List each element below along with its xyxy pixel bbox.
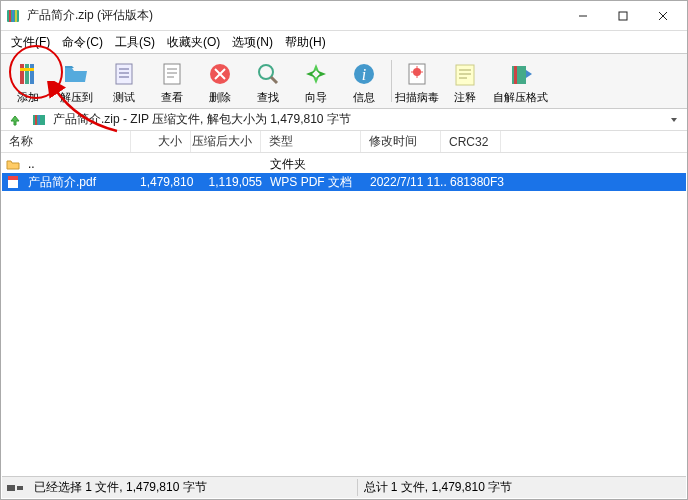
svg-rect-16 <box>164 64 180 84</box>
file-size: 1,479,810 <box>136 175 196 189</box>
status-bar: 已经选择 1 文件, 1,479,810 字节 总计 1 文件, 1,479,8… <box>2 476 686 498</box>
sfx-label: 自解压格式 <box>493 90 548 105</box>
app-icon <box>5 8 21 24</box>
find-label: 查找 <box>257 90 279 105</box>
books-icon <box>14 60 42 88</box>
svg-rect-36 <box>514 66 517 84</box>
find-button[interactable]: 查找 <box>245 55 291 107</box>
toolbar-separator <box>391 60 392 102</box>
address-bar: 产品简介.zip - ZIP 压缩文件, 解包大小为 1,479,810 字节 <box>1 109 687 131</box>
menu-bar: 文件(F) 命令(C) 工具(S) 收藏夹(O) 选项(N) 帮助(H) <box>1 31 687 53</box>
info-label: 信息 <box>353 90 375 105</box>
address-text: 产品简介.zip - ZIP 压缩文件, 解包大小为 1,479,810 字节 <box>47 111 665 128</box>
svg-rect-3 <box>15 10 17 22</box>
sfx-icon <box>506 60 534 88</box>
col-size[interactable]: 大小 <box>131 131 191 152</box>
list-icon <box>110 60 138 88</box>
status-selected: 已经选择 1 文件, 1,479,810 字节 <box>28 479 358 496</box>
folder-icon <box>6 157 20 171</box>
file-type: WPS PDF 文档 <box>266 174 366 191</box>
file-list[interactable]: .. 文件夹 产品简介.pdf 1,479,810 1,119,055 WPS … <box>2 155 686 475</box>
menu-favorites[interactable]: 收藏夹(O) <box>161 32 226 53</box>
col-type[interactable]: 类型 <box>261 131 361 152</box>
svg-rect-5 <box>619 12 627 20</box>
comment-icon <box>451 60 479 88</box>
col-packed[interactable]: 压缩后大小 <box>191 131 261 152</box>
menu-tools[interactable]: 工具(S) <box>109 32 161 53</box>
menu-help[interactable]: 帮助(H) <box>279 32 332 53</box>
search-icon <box>254 60 282 88</box>
svg-point-23 <box>259 65 273 79</box>
col-crc[interactable]: CRC32 <box>441 131 501 152</box>
svg-rect-38 <box>35 115 37 125</box>
pdf-icon <box>6 175 20 189</box>
wizard-icon <box>302 60 330 88</box>
parent-dots: .. <box>24 157 136 171</box>
folder-open-icon <box>62 60 90 88</box>
window-title: 产品简介.zip (评估版本) <box>27 7 563 24</box>
col-name[interactable]: 名称 <box>1 131 131 152</box>
comment-button[interactable]: 注释 <box>442 55 488 107</box>
wizard-label: 向导 <box>305 90 327 105</box>
sfx-button[interactable]: 自解压格式 <box>490 55 550 107</box>
view-label: 查看 <box>161 90 183 105</box>
svg-rect-9 <box>25 64 29 84</box>
table-header: 名称 大小 压缩后大小 类型 修改时间 CRC32 <box>1 131 687 153</box>
minimize-button[interactable] <box>563 2 603 30</box>
svg-rect-12 <box>116 64 132 84</box>
add-button[interactable]: 添加 <box>5 55 51 107</box>
parent-type: 文件夹 <box>266 156 366 173</box>
menu-commands[interactable]: 命令(C) <box>56 32 109 53</box>
add-label: 添加 <box>17 90 39 105</box>
file-row[interactable]: 产品简介.pdf 1,479,810 1,119,055 WPS PDF 文档 … <box>2 173 686 191</box>
view-button[interactable]: 查看 <box>149 55 195 107</box>
toolbar: 添加 解压到 测试 查看 删除 查找 向导 i 信息 扫描病毒 注释 自解压格式 <box>1 53 687 109</box>
delete-button[interactable]: 删除 <box>197 55 243 107</box>
svg-text:i: i <box>362 66 366 83</box>
svg-rect-8 <box>20 64 24 84</box>
svg-rect-31 <box>456 65 474 85</box>
delete-label: 删除 <box>209 90 231 105</box>
close-button[interactable] <box>643 2 683 30</box>
title-bar: 产品简介.zip (评估版本) <box>1 1 687 31</box>
chevron-down-icon <box>669 115 679 125</box>
archive-icon <box>31 113 47 127</box>
parent-folder-row[interactable]: .. 文件夹 <box>2 155 686 173</box>
svg-rect-39 <box>38 115 40 125</box>
svg-rect-1 <box>9 10 11 22</box>
file-crc: 681380F3 <box>446 175 506 189</box>
svg-rect-2 <box>12 10 14 22</box>
up-button[interactable] <box>5 111 25 129</box>
comment-label: 注释 <box>454 90 476 105</box>
file-packed: 1,119,055 <box>196 175 266 189</box>
document-icon <box>158 60 186 88</box>
status-grip-icon <box>2 483 28 493</box>
col-mtime[interactable]: 修改时间 <box>361 131 441 152</box>
extract-to-button[interactable]: 解压到 <box>53 55 99 107</box>
address-dropdown[interactable] <box>665 111 683 129</box>
file-mtime: 2022/7/11 11... <box>366 175 446 189</box>
svg-rect-42 <box>7 485 15 491</box>
up-arrow-icon <box>8 113 22 127</box>
virus-scan-button[interactable]: 扫描病毒 <box>394 55 440 107</box>
file-name: 产品简介.pdf <box>24 174 136 191</box>
info-icon: i <box>350 60 378 88</box>
menu-file[interactable]: 文件(F) <box>5 32 56 53</box>
test-label: 测试 <box>113 90 135 105</box>
status-total: 总计 1 文件, 1,479,810 字节 <box>358 479 687 496</box>
extract-to-label: 解压到 <box>60 90 93 105</box>
svg-rect-41 <box>8 176 18 180</box>
maximize-button[interactable] <box>603 2 643 30</box>
svg-rect-10 <box>30 64 34 84</box>
virus-scan-label: 扫描病毒 <box>395 90 439 105</box>
svg-line-24 <box>271 77 277 83</box>
wizard-button[interactable]: 向导 <box>293 55 339 107</box>
info-button[interactable]: i 信息 <box>341 55 387 107</box>
virus-scan-icon <box>403 60 431 88</box>
svg-rect-11 <box>20 68 34 71</box>
menu-options[interactable]: 选项(N) <box>226 32 279 53</box>
svg-rect-43 <box>17 486 23 490</box>
delete-icon <box>206 60 234 88</box>
window-controls <box>563 2 683 30</box>
test-button[interactable]: 测试 <box>101 55 147 107</box>
